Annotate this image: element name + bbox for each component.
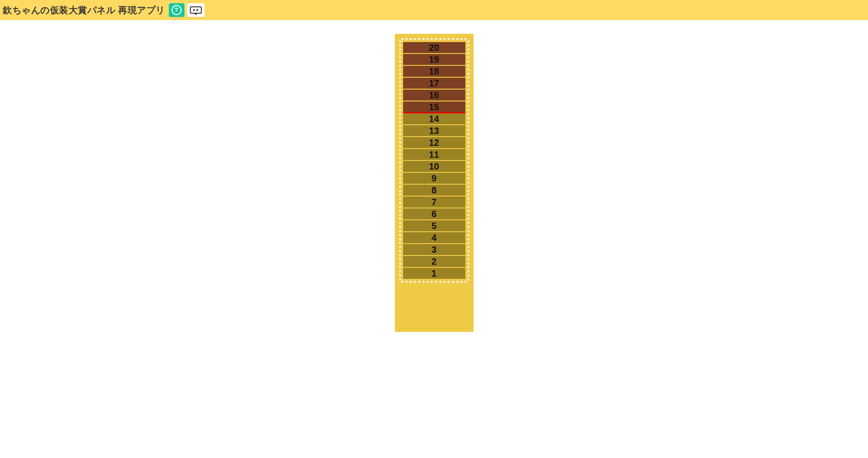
panel-dot: [467, 206, 469, 208]
panel-dot: [399, 165, 401, 168]
panel-dot: [399, 210, 401, 212]
panel-dot: [443, 38, 446, 40]
panel-dot: [467, 181, 469, 184]
panel-dot: [467, 76, 469, 79]
panel-dot: [467, 254, 469, 256]
panel-dot: [399, 222, 401, 224]
score-bar[interactable]: 9: [403, 173, 465, 184]
score-bar[interactable]: 3: [403, 244, 465, 255]
score-bar[interactable]: 14: [403, 113, 465, 124]
panel-dot: [467, 266, 469, 268]
panel-dot: [426, 38, 429, 40]
controller-button[interactable]: [187, 3, 205, 17]
panel-dot: [467, 89, 469, 91]
panel-dot: [467, 97, 469, 99]
panel-dot: [399, 278, 401, 281]
panel-dot: [399, 186, 401, 188]
panel-dot: [467, 113, 469, 115]
panel-dot: [399, 206, 401, 208]
score-bar[interactable]: 20: [403, 42, 465, 53]
panel-dot: [467, 250, 469, 252]
score-panel-inner: 2019181716151413121110987654321: [400, 39, 468, 282]
score-bar[interactable]: 13: [403, 125, 465, 136]
panel-dot: [467, 230, 469, 232]
panel-dot: [399, 214, 401, 216]
panel-dot: [467, 141, 469, 144]
score-bar[interactable]: 12: [403, 137, 465, 148]
panel-dot: [418, 281, 421, 283]
panel-dot: [467, 145, 469, 148]
panel-dot: [399, 109, 401, 111]
controller-icon: [190, 6, 202, 14]
score-bar[interactable]: 18: [403, 66, 465, 77]
panel-dot: [467, 69, 469, 71]
score-bar[interactable]: 17: [403, 78, 465, 89]
panel-dot: [431, 281, 433, 283]
panel-dot: [399, 121, 401, 123]
panel-dot: [467, 133, 469, 135]
stage: 2019181716151413121110987654321: [0, 20, 868, 378]
panel-dot: [399, 52, 401, 54]
panel-dot: [467, 48, 469, 51]
panel-dot: [399, 137, 401, 139]
score-panel[interactable]: 2019181716151413121110987654321: [395, 34, 474, 332]
panel-dot: [399, 153, 401, 155]
help-button[interactable]: ?: [169, 3, 184, 17]
panel-dot: [399, 56, 401, 59]
panel-dot: [399, 238, 401, 240]
panel-dot: [467, 93, 469, 95]
panel-dot: [456, 38, 458, 40]
app-title: 欽ちゃんの仮装大賞パネル 再現アプリ: [3, 0, 165, 20]
panel-dot: [467, 170, 469, 172]
panel-dot: [467, 165, 469, 168]
panel-dot: [399, 226, 401, 228]
panel-dot: [467, 234, 469, 236]
panel-dot: [399, 157, 401, 160]
score-bar[interactable]: 4: [403, 232, 465, 243]
panel-dot: [467, 177, 469, 180]
score-bar[interactable]: 5: [403, 220, 465, 231]
panel-dot: [452, 38, 454, 40]
panel-dot: [399, 177, 401, 180]
panel-dot: [467, 117, 469, 119]
score-bar[interactable]: 19: [403, 54, 465, 65]
score-bar[interactable]: 7: [403, 197, 465, 208]
panel-dot: [467, 197, 469, 200]
panel-dot: [467, 274, 469, 277]
panel-dot: [414, 281, 416, 283]
panel-dot: [467, 173, 469, 176]
panel-dot: [467, 161, 469, 164]
score-bar[interactable]: 2: [403, 256, 465, 267]
panel-dot: [467, 105, 469, 107]
panel-dot: [399, 193, 401, 196]
panel-dot: [399, 250, 401, 252]
score-bar[interactable]: 6: [403, 208, 465, 219]
score-bar[interactable]: 8: [403, 185, 465, 196]
panel-dot: [467, 60, 469, 63]
score-bar[interactable]: 1: [403, 268, 465, 279]
help-icon: ?: [172, 5, 182, 15]
score-bar[interactable]: 11: [403, 149, 465, 160]
panel-dot: [439, 281, 442, 283]
panel-dot: [422, 38, 425, 40]
panel-dot: [467, 80, 469, 83]
panel-dot: [467, 56, 469, 59]
panel-dot: [422, 281, 425, 283]
panel-dot: [399, 117, 401, 119]
panel-dot: [399, 270, 401, 272]
panel-dot: [467, 222, 469, 224]
panel-dot: [460, 38, 463, 40]
panel-dot: [399, 69, 401, 71]
panel-dot: [399, 133, 401, 135]
panel-dot: [399, 170, 401, 172]
score-bar[interactable]: 16: [403, 90, 465, 101]
panel-dot: [399, 48, 401, 51]
score-bars: 2019181716151413121110987654321: [403, 42, 465, 279]
score-bar[interactable]: 10: [403, 161, 465, 172]
panel-dot: [467, 40, 469, 43]
panel-dot: [467, 101, 469, 103]
panel-dot: [399, 101, 401, 103]
panel-dot: [399, 190, 401, 192]
score-bar[interactable]: 15: [403, 101, 465, 112]
panel-dot: [405, 281, 408, 283]
